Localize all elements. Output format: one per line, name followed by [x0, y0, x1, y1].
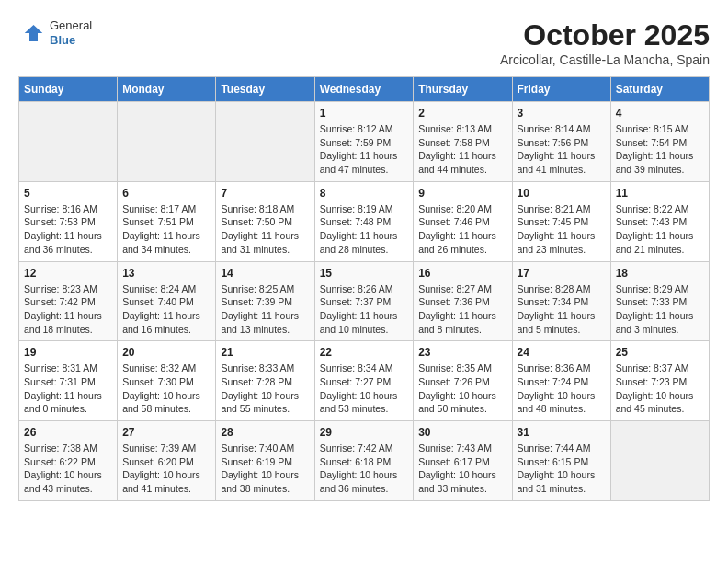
day-info: Sunrise: 8:21 AMSunset: 7:45 PMDaylight:…: [518, 202, 606, 257]
day-number: 27: [122, 426, 210, 439]
day-info: Sunrise: 8:12 AMSunset: 7:59 PMDaylight:…: [320, 122, 409, 177]
calendar-cell: 31Sunrise: 7:44 AMSunset: 6:15 PMDayligh…: [512, 421, 610, 501]
logo-icon: [18, 19, 46, 47]
day-number: 30: [418, 426, 506, 439]
calendar-cell: 13Sunrise: 8:24 AMSunset: 7:40 PMDayligh…: [118, 261, 216, 341]
day-info: Sunrise: 8:13 AMSunset: 7:58 PMDaylight:…: [418, 122, 506, 177]
calendar-cell: 20Sunrise: 8:32 AMSunset: 7:30 PMDayligh…: [118, 341, 216, 421]
day-number: 5: [24, 187, 112, 200]
day-number: 8: [320, 187, 409, 200]
calendar-cell: 12Sunrise: 8:23 AMSunset: 7:42 PMDayligh…: [19, 261, 118, 341]
day-number: 15: [320, 267, 409, 280]
day-info: Sunrise: 8:29 AMSunset: 7:33 PMDaylight:…: [616, 282, 704, 337]
day-number: 31: [518, 426, 606, 439]
weekday-header-wednesday: Wednesday: [314, 77, 414, 102]
location-subtitle: Arcicollar, Castille-La Mancha, Spain: [500, 52, 710, 67]
calendar-cell: 24Sunrise: 8:36 AMSunset: 7:24 PMDayligh…: [512, 341, 610, 421]
day-number: 22: [320, 346, 409, 359]
day-number: 4: [616, 107, 704, 120]
day-info: Sunrise: 7:42 AMSunset: 6:18 PMDaylight:…: [320, 442, 409, 496]
calendar-cell: 23Sunrise: 8:35 AMSunset: 7:26 PMDayligh…: [414, 341, 512, 421]
day-number: 6: [122, 187, 210, 200]
weekday-header-row: SundayMondayTuesdayWednesdayThursdayFrid…: [19, 77, 710, 102]
day-info: Sunrise: 8:23 AMSunset: 7:42 PMDaylight:…: [24, 282, 112, 337]
day-number: 1: [320, 107, 409, 120]
day-info: Sunrise: 8:26 AMSunset: 7:37 PMDaylight:…: [320, 282, 409, 337]
calendar-cell: 6Sunrise: 8:17 AMSunset: 7:51 PMDaylight…: [118, 181, 216, 261]
calendar-cell: 15Sunrise: 8:26 AMSunset: 7:37 PMDayligh…: [314, 261, 414, 341]
day-info: Sunrise: 8:37 AMSunset: 7:23 PMDaylight:…: [616, 362, 704, 416]
day-number: 17: [518, 267, 606, 280]
calendar-cell: 4Sunrise: 8:15 AMSunset: 7:54 PMDaylight…: [610, 102, 709, 182]
day-info: Sunrise: 8:35 AMSunset: 7:26 PMDaylight:…: [418, 362, 506, 416]
calendar-cell: 25Sunrise: 8:37 AMSunset: 7:23 PMDayligh…: [610, 341, 709, 421]
week-row-2: 5Sunrise: 8:16 AMSunset: 7:53 PMDaylight…: [19, 181, 710, 261]
weekday-header-monday: Monday: [118, 77, 216, 102]
day-info: Sunrise: 7:38 AMSunset: 6:22 PMDaylight:…: [24, 442, 112, 496]
day-info: Sunrise: 8:31 AMSunset: 7:31 PMDaylight:…: [24, 362, 112, 416]
logo-blue: Blue: [50, 33, 92, 48]
day-number: 28: [221, 426, 309, 439]
calendar-cell: 19Sunrise: 8:31 AMSunset: 7:31 PMDayligh…: [19, 341, 118, 421]
calendar-cell: 11Sunrise: 8:22 AMSunset: 7:43 PMDayligh…: [610, 181, 709, 261]
day-info: Sunrise: 8:16 AMSunset: 7:53 PMDaylight:…: [24, 202, 112, 257]
calendar-cell: 28Sunrise: 7:40 AMSunset: 6:19 PMDayligh…: [216, 421, 314, 501]
calendar-table: SundayMondayTuesdayWednesdayThursdayFrid…: [18, 76, 710, 501]
calendar-cell: 26Sunrise: 7:38 AMSunset: 6:22 PMDayligh…: [19, 421, 118, 501]
day-info: Sunrise: 7:39 AMSunset: 6:20 PMDaylight:…: [122, 442, 210, 496]
day-info: Sunrise: 8:34 AMSunset: 7:27 PMDaylight:…: [320, 362, 409, 416]
calendar-cell: 2Sunrise: 8:13 AMSunset: 7:58 PMDaylight…: [414, 102, 512, 182]
weekday-header-sunday: Sunday: [19, 77, 118, 102]
day-number: 14: [221, 267, 309, 280]
day-info: Sunrise: 8:15 AMSunset: 7:54 PMDaylight:…: [616, 122, 704, 177]
weekday-header-thursday: Thursday: [414, 77, 512, 102]
weekday-header-saturday: Saturday: [610, 77, 709, 102]
calendar-cell: 10Sunrise: 8:21 AMSunset: 7:45 PMDayligh…: [512, 181, 610, 261]
day-number: 29: [320, 426, 409, 439]
logo-text: General Blue: [50, 18, 92, 47]
day-number: 11: [616, 187, 704, 200]
page-header: General Blue October 2025 Arcicollar, Ca…: [18, 18, 710, 67]
day-number: 18: [616, 267, 704, 280]
calendar-cell: 7Sunrise: 8:18 AMSunset: 7:50 PMDaylight…: [216, 181, 314, 261]
weekday-header-tuesday: Tuesday: [216, 77, 314, 102]
day-info: Sunrise: 8:24 AMSunset: 7:40 PMDaylight:…: [122, 282, 210, 337]
calendar-cell: 18Sunrise: 8:29 AMSunset: 7:33 PMDayligh…: [610, 261, 709, 341]
day-number: 21: [221, 346, 309, 359]
calendar-cell: 16Sunrise: 8:27 AMSunset: 7:36 PMDayligh…: [414, 261, 512, 341]
week-row-3: 12Sunrise: 8:23 AMSunset: 7:42 PMDayligh…: [19, 261, 710, 341]
day-info: Sunrise: 8:22 AMSunset: 7:43 PMDaylight:…: [616, 202, 704, 257]
day-number: 16: [418, 267, 506, 280]
day-info: Sunrise: 7:44 AMSunset: 6:15 PMDaylight:…: [518, 442, 606, 496]
day-info: Sunrise: 8:14 AMSunset: 7:56 PMDaylight:…: [518, 122, 606, 177]
day-number: 9: [418, 187, 506, 200]
day-number: 20: [122, 346, 210, 359]
day-info: Sunrise: 7:43 AMSunset: 6:17 PMDaylight:…: [418, 442, 506, 496]
week-row-5: 26Sunrise: 7:38 AMSunset: 6:22 PMDayligh…: [19, 421, 710, 501]
day-info: Sunrise: 8:27 AMSunset: 7:36 PMDaylight:…: [418, 282, 506, 337]
day-info: Sunrise: 8:28 AMSunset: 7:34 PMDaylight:…: [518, 282, 606, 337]
logo-general: General: [50, 18, 92, 33]
day-info: Sunrise: 8:17 AMSunset: 7:51 PMDaylight:…: [122, 202, 210, 257]
calendar-cell: [610, 421, 709, 501]
calendar-cell: 17Sunrise: 8:28 AMSunset: 7:34 PMDayligh…: [512, 261, 610, 341]
weekday-header-friday: Friday: [512, 77, 610, 102]
day-info: Sunrise: 7:40 AMSunset: 6:19 PMDaylight:…: [221, 442, 309, 496]
day-number: 23: [418, 346, 506, 359]
day-number: 12: [24, 267, 112, 280]
title-area: October 2025 Arcicollar, Castille-La Man…: [500, 18, 710, 67]
day-number: 3: [518, 107, 606, 120]
day-info: Sunrise: 8:25 AMSunset: 7:39 PMDaylight:…: [221, 282, 309, 337]
calendar-cell: 22Sunrise: 8:34 AMSunset: 7:27 PMDayligh…: [314, 341, 414, 421]
day-info: Sunrise: 8:19 AMSunset: 7:48 PMDaylight:…: [320, 202, 409, 257]
week-row-4: 19Sunrise: 8:31 AMSunset: 7:31 PMDayligh…: [19, 341, 710, 421]
calendar-cell: 8Sunrise: 8:19 AMSunset: 7:48 PMDaylight…: [314, 181, 414, 261]
calendar-cell: [19, 102, 118, 182]
calendar-cell: 30Sunrise: 7:43 AMSunset: 6:17 PMDayligh…: [414, 421, 512, 501]
day-number: 19: [24, 346, 112, 359]
day-number: 2: [418, 107, 506, 120]
day-number: 24: [518, 346, 606, 359]
logo: General Blue: [18, 18, 92, 47]
calendar-cell: [216, 102, 314, 182]
day-info: Sunrise: 8:20 AMSunset: 7:46 PMDaylight:…: [418, 202, 506, 257]
